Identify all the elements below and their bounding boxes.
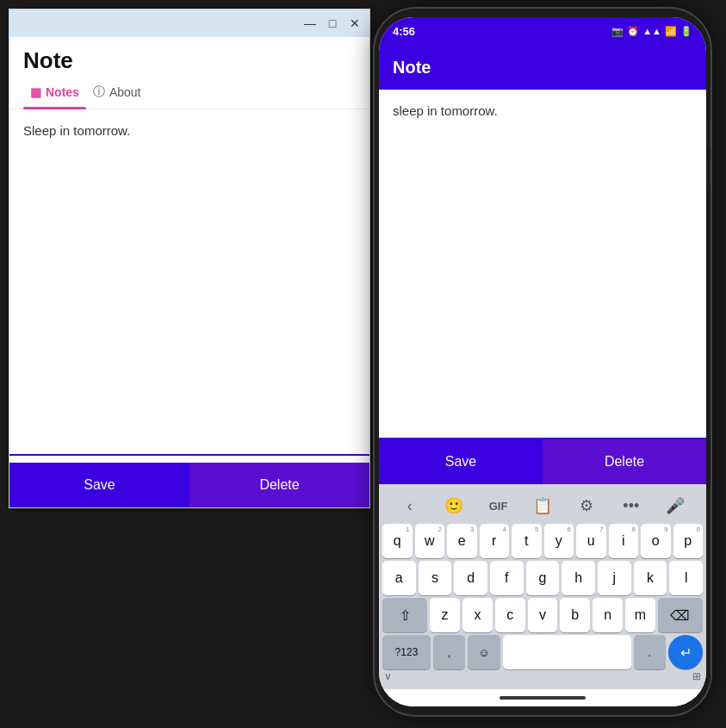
tab-notes[interactable]: ▦ Notes: [23, 78, 86, 109]
key-c[interactable]: c: [495, 598, 525, 632]
phone-delete-button[interactable]: Delete: [543, 439, 706, 484]
battery-indicator-icon: 📷: [611, 26, 624, 37]
key-m[interactable]: m: [625, 598, 655, 632]
key-r[interactable]: r4: [480, 524, 510, 558]
keyboard-grid-icon: ⊞: [692, 670, 701, 682]
wifi-icon: ▲▲: [642, 26, 661, 36]
about-tab-icon: ⓘ: [93, 84, 105, 100]
title-bar: — □ ✕: [9, 9, 369, 37]
key-i[interactable]: i8: [609, 524, 639, 558]
keyboard-more-button[interactable]: •••: [617, 491, 646, 520]
title-bar-controls: — □ ✕: [302, 16, 363, 31]
delete-button[interactable]: Delete: [189, 463, 369, 507]
key-b[interactable]: b: [560, 598, 590, 632]
tab-notes-label: Notes: [46, 85, 79, 99]
keyboard-toolbar: ‹ 🙂 GIF 📋 ⚙ ••• 🎤: [381, 488, 704, 524]
alarm-icon: ⏰: [627, 26, 639, 37]
key-enter[interactable]: ↵: [668, 635, 703, 669]
key-e[interactable]: e3: [447, 524, 477, 558]
keyboard-row-4: ?123 , ☺ . ↵: [381, 635, 704, 669]
phone-save-button[interactable]: Save: [379, 439, 543, 484]
keyboard-gif-button[interactable]: GIF: [484, 491, 513, 520]
phone-app-bar: Note: [379, 45, 706, 90]
key-period[interactable]: .: [634, 635, 666, 669]
keyboard-bottom-strip: ∨ ⊞: [381, 669, 704, 684]
key-f[interactable]: f: [490, 561, 524, 595]
keyboard-row-2: a s d f g h j k l: [381, 561, 704, 595]
key-y[interactable]: y6: [544, 524, 574, 558]
note-input[interactable]: [9, 116, 369, 456]
key-v[interactable]: v: [528, 598, 558, 632]
status-icons: 📷 ⏰ ▲▲ 📶 🔋: [611, 26, 692, 37]
status-bar: 4:56 📷 ⏰ ▲▲ 📶 🔋: [379, 17, 706, 45]
phone-app-title: Note: [393, 58, 431, 78]
minimize-button[interactable]: —: [302, 16, 318, 31]
key-q[interactable]: q1: [382, 524, 413, 558]
key-backspace[interactable]: ⌫: [658, 598, 703, 632]
phone-home-bar: [379, 689, 706, 706]
key-u[interactable]: u7: [576, 524, 606, 558]
key-p[interactable]: p0: [673, 524, 704, 558]
volume-up-button[interactable]: [710, 121, 710, 146]
keyboard: ‹ 🙂 GIF 📋 ⚙ ••• 🎤 q1 w2 e3 r4 t5: [379, 484, 706, 689]
key-d[interactable]: d: [454, 561, 487, 595]
tab-about[interactable]: ⓘ About: [86, 78, 148, 109]
phone-container: 4:56 📷 ⏰ ▲▲ 📶 🔋 Note sleep in tomorrow. …: [375, 9, 710, 715]
keyboard-emoji-keyboard-button[interactable]: 🙂: [439, 491, 468, 520]
key-shift[interactable]: ⇧: [382, 598, 427, 632]
status-time: 4:56: [393, 25, 611, 38]
battery-icon: 🔋: [680, 26, 692, 37]
phone-action-buttons: Save Delete: [379, 439, 706, 484]
notes-tab-icon: ▦: [30, 85, 41, 99]
keyboard-row-1: q1 w2 e3 r4 t5 y6 u7 i8 o9 p0: [381, 524, 704, 558]
key-s[interactable]: s: [419, 561, 452, 595]
keyboard-row-3: ⇧ z x c v b n m ⌫: [381, 598, 704, 632]
keyboard-clipboard-button[interactable]: 📋: [528, 491, 557, 520]
key-j[interactable]: j: [598, 561, 631, 595]
window-title: Note: [9, 37, 369, 78]
key-space[interactable]: [503, 635, 631, 669]
desktop-window: — □ ✕ Note ▦ Notes ⓘ About Save Delete: [9, 9, 370, 508]
phone-app-content: sleep in tomorrow. Save Delete: [379, 90, 706, 484]
key-comma[interactable]: ,: [433, 635, 465, 669]
gif-label: GIF: [489, 500, 508, 513]
key-a[interactable]: a: [382, 561, 416, 595]
tab-bar: ▦ Notes ⓘ About: [9, 78, 369, 109]
key-numbers[interactable]: ?123: [382, 635, 431, 669]
volume-down-button[interactable]: [710, 159, 710, 185]
phone-shell: 4:56 📷 ⏰ ▲▲ 📶 🔋 Note sleep in tomorrow. …: [375, 9, 710, 715]
signal-icon: 📶: [665, 26, 677, 37]
key-h[interactable]: h: [562, 561, 595, 595]
window-action-buttons: Save Delete: [9, 463, 369, 507]
key-n[interactable]: n: [593, 598, 623, 632]
key-emoji[interactable]: ☺: [468, 635, 500, 669]
key-k[interactable]: k: [634, 561, 667, 595]
key-w[interactable]: w2: [415, 524, 445, 558]
save-button[interactable]: Save: [9, 463, 189, 507]
close-button[interactable]: ✕: [347, 16, 363, 31]
window-body: Note ▦ Notes ⓘ About Save Delete: [9, 37, 369, 507]
key-l[interactable]: l: [669, 561, 703, 595]
home-bar-indicator: [500, 696, 586, 700]
key-x[interactable]: x: [462, 598, 493, 632]
keyboard-back-button[interactable]: ‹: [395, 491, 425, 520]
key-t[interactable]: t5: [512, 524, 542, 558]
keyboard-settings-button[interactable]: ⚙: [572, 491, 601, 520]
key-g[interactable]: g: [526, 561, 560, 595]
phone-screen: 4:56 📷 ⏰ ▲▲ 📶 🔋 Note sleep in tomorrow. …: [379, 17, 706, 706]
keyboard-chevron-down-icon: ∨: [384, 670, 392, 682]
key-z[interactable]: z: [430, 598, 460, 632]
phone-note-display: sleep in tomorrow.: [379, 90, 706, 439]
maximize-button[interactable]: □: [325, 16, 340, 31]
keyboard-mic-button[interactable]: 🎤: [661, 491, 690, 520]
key-o[interactable]: o9: [641, 524, 671, 558]
tab-about-label: About: [109, 85, 141, 99]
